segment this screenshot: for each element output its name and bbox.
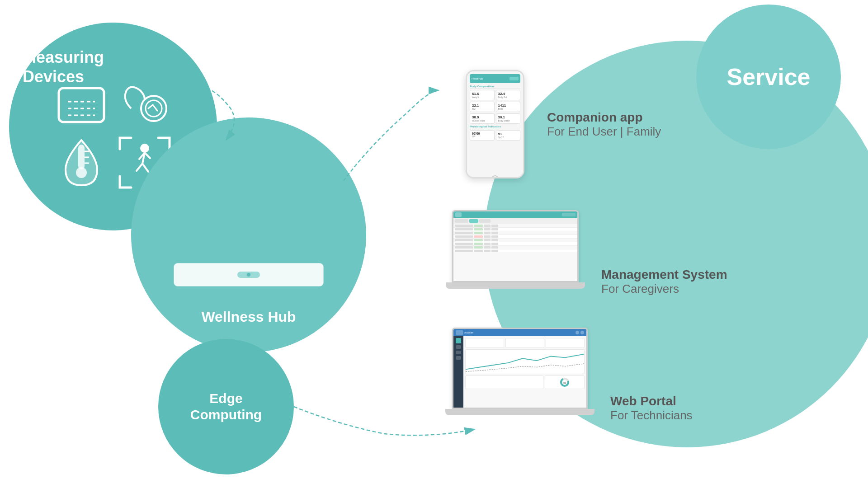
blood-pressure-icon [118, 81, 172, 127]
laptop-mockup-management [452, 210, 579, 296]
phone-mockup: Readings Body Composition 61.6 Weight 32… [466, 70, 524, 178]
svg-text:81: 81 [563, 381, 566, 384]
svg-rect-7 [78, 145, 85, 169]
companion-app-item: Readings Body Composition 61.6 Weight 32… [439, 70, 827, 178]
svg-rect-0 [59, 88, 104, 122]
companion-app-text: Companion app For End User | Family [547, 110, 661, 139]
measuring-devices-label: Measuring Devices [23, 47, 104, 86]
mockup-section: Readings Body Composition 61.6 Weight 32… [439, 54, 827, 438]
svg-point-8 [76, 167, 87, 178]
wellness-hub-circle: Wellness Hub [131, 117, 366, 352]
svg-line-14 [137, 164, 142, 171]
scale-icon [54, 81, 108, 127]
thermometer-icon [54, 136, 108, 190]
svg-point-12 [140, 144, 149, 153]
management-system-item: Management System For Caregivers [439, 210, 827, 296]
web-portal-text: Web Portal For Technicians [610, 394, 693, 422]
laptop-mockup-portal: AcuWare [452, 328, 588, 422]
wellness-hub-label: Wellness Hub [201, 309, 296, 325]
diagram-container: Measuring Devices [0, 0, 868, 488]
web-portal-item: AcuWare [439, 328, 827, 422]
hub-device [172, 259, 326, 291]
svg-line-17 [145, 153, 150, 158]
edge-computing-label: Edge Computing [190, 390, 262, 423]
edge-computing-circle: Edge Computing [158, 339, 294, 474]
svg-line-15 [142, 164, 148, 172]
management-system-text: Management System For Caregivers [601, 267, 727, 296]
svg-point-21 [247, 273, 250, 277]
svg-point-5 [141, 96, 166, 121]
